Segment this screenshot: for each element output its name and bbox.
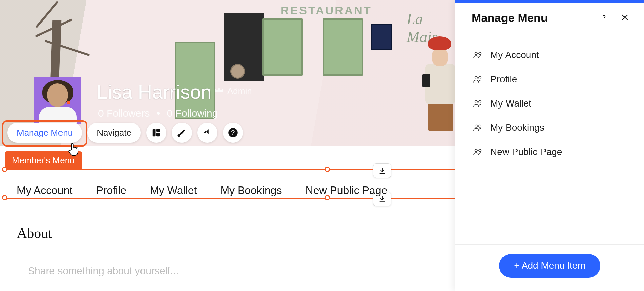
svg-point-10 xyxy=(479,77,481,79)
about-textbox[interactable] xyxy=(17,256,438,291)
editor-toolbar: Manage Menu Navigate ? xyxy=(3,123,243,143)
svg-rect-0 xyxy=(153,129,156,137)
panel-accent-bar xyxy=(455,0,644,3)
menu-item-label: My Account xyxy=(490,50,539,60)
follow-stats: 0 Followers • 0 Following xyxy=(98,108,218,119)
svg-point-15 xyxy=(475,149,478,152)
svg-point-7 xyxy=(475,52,478,55)
menu-item-my-wallet[interactable]: My Wallet xyxy=(471,91,639,116)
help-icon xyxy=(600,13,608,22)
panel-header: Manage Menu xyxy=(455,3,644,34)
tab-new-public-page[interactable]: New Public Page xyxy=(306,184,388,197)
help-button[interactable]: ? xyxy=(223,123,243,143)
svg-point-3 xyxy=(177,134,180,137)
layout-button[interactable] xyxy=(146,123,166,143)
motion-icon xyxy=(202,128,212,138)
close-icon xyxy=(620,13,629,22)
tabs-underline xyxy=(17,200,450,200)
navigate-button[interactable]: Navigate xyxy=(87,123,141,143)
layout-icon xyxy=(151,128,161,138)
tab-my-account[interactable]: My Account xyxy=(17,184,72,197)
menu-item-my-bookings[interactable]: My Bookings xyxy=(471,116,639,140)
followers-count: 0 Followers xyxy=(98,108,150,119)
help-icon: ? xyxy=(228,128,238,138)
bg-person xyxy=(422,34,459,141)
manage-menu-button[interactable]: Manage Menu xyxy=(7,123,82,143)
svg-point-8 xyxy=(479,52,481,55)
resize-handle[interactable] xyxy=(2,167,7,172)
menu-item-label: New Public Page xyxy=(490,147,562,157)
selection-tag[interactable]: Member's Menu xyxy=(5,151,82,170)
tab-profile[interactable]: Profile xyxy=(96,184,126,197)
about-input[interactable] xyxy=(28,265,427,277)
resize-handle[interactable] xyxy=(2,195,7,200)
people-icon xyxy=(473,51,483,59)
panel-menu-list: My Account Profile My Wallet My Bookings… xyxy=(455,34,644,244)
menu-item-new-public-page[interactable]: New Public Page xyxy=(471,140,639,164)
bg-shutter xyxy=(323,18,363,76)
svg-text:?: ? xyxy=(231,129,235,136)
manage-menu-panel: Manage Menu My Account Profile M xyxy=(455,0,644,291)
avatar[interactable] xyxy=(34,77,81,124)
separator-dot: • xyxy=(157,108,160,119)
menu-item-my-account[interactable]: My Account xyxy=(471,43,639,67)
about-heading: About xyxy=(17,225,52,241)
profile-role: Admin xyxy=(227,86,252,96)
svg-rect-1 xyxy=(156,129,160,132)
animation-button[interactable] xyxy=(197,123,217,143)
panel-title: Manage Menu xyxy=(472,11,548,25)
people-icon xyxy=(473,99,483,108)
panel-close-button[interactable] xyxy=(619,12,631,24)
add-menu-item-button[interactable]: + Add Menu Item xyxy=(499,254,600,278)
svg-point-14 xyxy=(479,125,481,128)
background-sign-restaurant: RESTAURANT xyxy=(281,4,372,17)
svg-rect-2 xyxy=(156,133,160,136)
menu-item-label: My Bookings xyxy=(490,122,544,133)
design-button[interactable] xyxy=(172,123,192,143)
panel-help-button[interactable] xyxy=(598,12,610,24)
svg-point-12 xyxy=(479,101,481,103)
svg-point-11 xyxy=(475,101,478,103)
people-icon xyxy=(473,148,483,156)
people-icon xyxy=(473,123,483,132)
menu-item-profile[interactable]: Profile xyxy=(471,67,639,91)
menu-item-label: Profile xyxy=(490,74,517,85)
tab-my-bookings[interactable]: My Bookings xyxy=(220,184,282,197)
svg-point-13 xyxy=(475,125,478,128)
brush-icon xyxy=(177,128,187,138)
panel-footer: + Add Menu Item xyxy=(455,244,644,291)
tab-my-wallet[interactable]: My Wallet xyxy=(150,184,197,197)
member-menu-tabs: My Account Profile My Wallet My Bookings… xyxy=(17,184,387,197)
crown-icon xyxy=(214,87,224,94)
menu-item-label: My Wallet xyxy=(490,98,531,109)
svg-point-6 xyxy=(604,20,604,20)
attach-top-button[interactable] xyxy=(373,163,391,178)
drag-handle[interactable] xyxy=(325,167,330,172)
profile-name: Lisa Harrison xyxy=(97,81,212,103)
people-icon xyxy=(473,75,483,84)
bg-shutter xyxy=(262,18,303,76)
svg-point-16 xyxy=(479,149,481,152)
bg-doorknob xyxy=(230,64,245,79)
download-icon xyxy=(378,167,386,174)
svg-point-9 xyxy=(475,77,478,79)
following-count: 0 Following xyxy=(167,108,218,119)
bg-plaque xyxy=(371,24,392,50)
